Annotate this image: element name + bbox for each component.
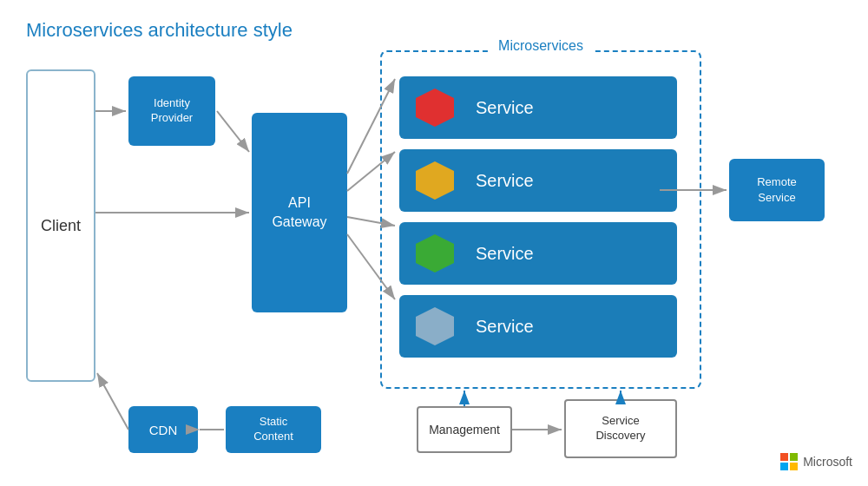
management-label: Management (429, 423, 500, 437)
hex-icon-2 (411, 157, 458, 204)
hex-icon-1 (411, 84, 458, 131)
cdn-label: CDN (149, 423, 178, 437)
service-discovery-label: ServiceDiscovery (595, 414, 645, 443)
hexagon-green (416, 234, 454, 273)
service-label-2: Service (476, 171, 534, 191)
ms-green-square (790, 453, 798, 461)
service-label-3: Service (476, 244, 534, 264)
api-gateway-box: APIGateway (252, 113, 347, 312)
service-discovery-box: ServiceDiscovery (564, 399, 677, 458)
ms-red-square (780, 453, 788, 461)
service-row-3: Service (399, 222, 677, 285)
service-label-4: Service (476, 317, 534, 337)
management-box: Management (417, 406, 512, 453)
microsoft-logo: Microsoft (780, 453, 852, 470)
microservices-container: Microservices Service Service Service Se… (380, 50, 701, 389)
hex-icon-3 (411, 230, 458, 277)
remote-service-label: RemoteService (757, 174, 797, 206)
svg-line-12 (97, 373, 128, 430)
identity-provider-label: IdentityProvider (151, 96, 193, 126)
page-title: Microservices architecture style (26, 19, 293, 42)
service-row-2: Service (399, 149, 677, 212)
cdn-box: CDN (128, 406, 198, 453)
microservices-title: Microservices (490, 38, 592, 54)
service-row-4: Service (399, 295, 677, 358)
ms-yellow-square (790, 463, 798, 470)
client-label: Client (41, 217, 81, 235)
microsoft-text: Microsoft (803, 455, 852, 469)
ms-blue-square (780, 463, 788, 470)
service-row-1: Service (399, 76, 677, 139)
svg-line-4 (217, 111, 249, 152)
static-content-label: StaticContent (253, 415, 293, 444)
hexagon-red (416, 89, 454, 127)
hex-icon-4 (411, 303, 458, 350)
client-box: Client (26, 69, 95, 382)
identity-provider-box: IdentityProvider (128, 76, 215, 146)
remote-service-box: RemoteService (729, 159, 825, 221)
service-label-1: Service (476, 98, 534, 118)
api-gateway-label: APIGateway (272, 194, 326, 233)
hexagon-bluegray (416, 307, 454, 345)
hexagon-yellow (416, 161, 454, 200)
microsoft-grid-icon (780, 453, 798, 470)
static-content-box: StaticContent (226, 406, 321, 453)
